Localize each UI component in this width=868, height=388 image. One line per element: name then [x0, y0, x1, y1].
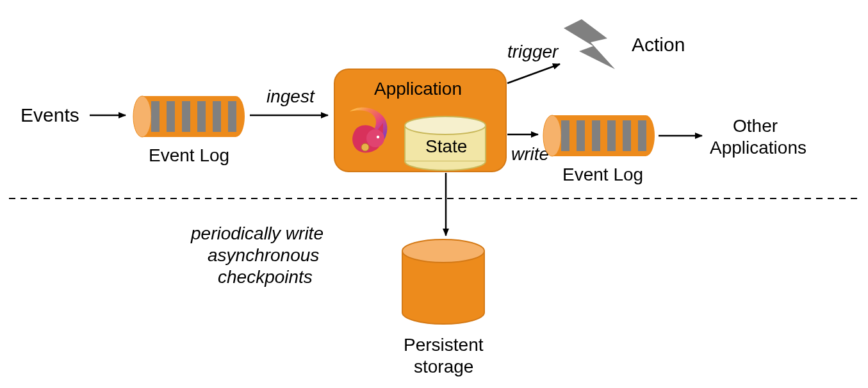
arrow-trigger: [507, 64, 560, 83]
ingest-label: ingest: [266, 86, 315, 106]
event-log-left: [133, 96, 245, 137]
svg-rect-3: [151, 101, 160, 132]
persistent-label-2: storage: [414, 357, 473, 376]
persistent-storage-cylinder: [402, 239, 484, 324]
svg-rect-7: [213, 101, 221, 132]
svg-marker-14: [564, 19, 615, 69]
event-log-left-label: Event Log: [149, 145, 229, 165]
svg-rect-21: [607, 120, 616, 151]
svg-rect-22: [623, 120, 631, 151]
checkpoint-line3: checkpoints: [218, 267, 313, 287]
svg-point-25: [402, 239, 484, 263]
svg-point-13: [405, 117, 486, 134]
svg-rect-8: [228, 101, 236, 132]
svg-point-11: [361, 143, 369, 151]
application-label: Application: [374, 79, 462, 99]
svg-point-10: [377, 136, 379, 138]
other-apps-label-1: Other: [733, 116, 778, 136]
lightning-icon: [564, 19, 615, 69]
action-label: Action: [632, 34, 685, 55]
persistent-label-1: Persistent: [404, 335, 484, 355]
svg-rect-20: [592, 120, 600, 151]
trigger-label: trigger: [507, 42, 559, 61]
event-log-right: [543, 115, 655, 156]
event-log-right-label: Event Log: [562, 165, 643, 184]
write-label: write: [511, 144, 549, 164]
other-apps-label-2: Applications: [710, 138, 807, 158]
svg-rect-6: [197, 101, 206, 132]
svg-rect-5: [182, 101, 190, 132]
svg-point-1: [133, 96, 151, 137]
checkpoint-line1: periodically write: [190, 223, 323, 243]
svg-rect-18: [561, 120, 569, 151]
architecture-diagram: Events Event Log ingest Application: [0, 0, 868, 388]
state-label: State: [425, 136, 467, 156]
checkpoint-line2: asynchronous: [208, 245, 319, 265]
svg-rect-19: [577, 120, 585, 151]
events-label: Events: [20, 104, 79, 125]
svg-rect-23: [638, 120, 646, 151]
svg-point-16: [543, 115, 561, 156]
svg-rect-4: [167, 101, 175, 132]
